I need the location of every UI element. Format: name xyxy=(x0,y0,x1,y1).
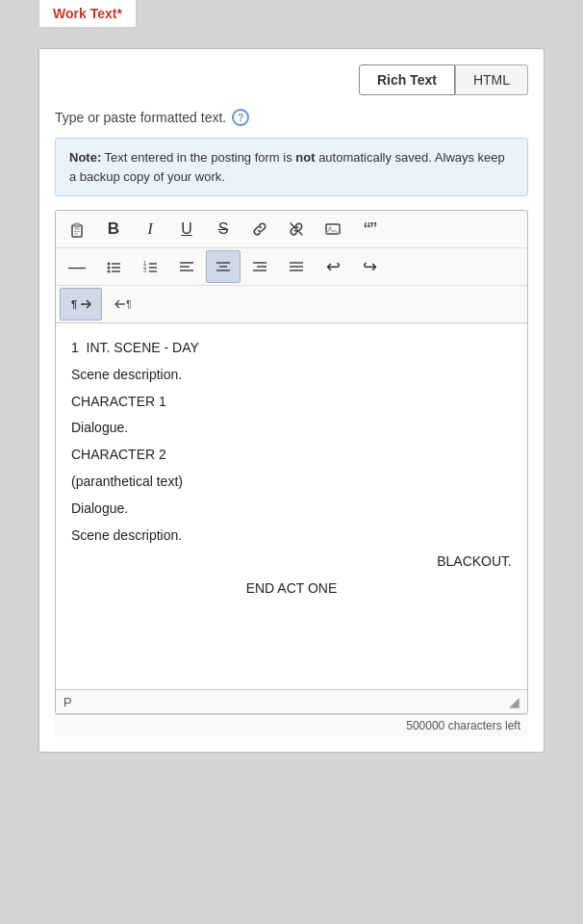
toolbar-row-1: B I U S xyxy=(56,211,527,248)
toolbar-row-3: ¶ ¶ xyxy=(56,286,527,322)
tab-rich-text[interactable]: Rich Text xyxy=(359,64,455,95)
underline-button[interactable]: U xyxy=(169,213,204,245)
image-button[interactable] xyxy=(316,213,350,245)
align-left-button[interactable] xyxy=(169,250,204,283)
tab-html[interactable]: HTML xyxy=(455,64,528,95)
svg-text:3.: 3. xyxy=(143,268,147,273)
line-blackout: BLACKOUT. xyxy=(71,551,512,574)
line-end-act: END ACT ONE xyxy=(71,578,512,601)
tab-row: Rich Text HTML xyxy=(55,64,528,95)
line-scene-heading: 1 INT. SCENE - DAY xyxy=(71,337,512,360)
ol-button[interactable]: 1. 2. 3. xyxy=(133,250,167,283)
hr-button[interactable]: — xyxy=(60,250,94,283)
note-prefix: Note: xyxy=(69,150,101,165)
paragraph-indicator: P xyxy=(63,695,72,709)
svg-point-10 xyxy=(108,270,111,273)
ltr-button[interactable]: ¶ xyxy=(60,288,102,321)
line-dialogue-1: Dialogue. xyxy=(71,417,512,440)
unlink-button[interactable] xyxy=(279,213,314,245)
rtl-button[interactable]: ¶ xyxy=(104,288,146,321)
svg-text:¶: ¶ xyxy=(126,298,132,310)
main-container: Work Text* Rich Text HTML Type or paste … xyxy=(0,0,583,924)
undo-button[interactable]: ↩ xyxy=(316,250,350,283)
help-icon[interactable]: ? xyxy=(232,109,249,126)
toolbar: B I U S xyxy=(56,211,527,323)
blockquote-button[interactable]: “” xyxy=(352,213,387,245)
toolbar-row-2: — xyxy=(56,248,527,286)
redo-button[interactable]: ↪ xyxy=(352,250,387,283)
note-body: Text entered in the posting form is xyxy=(101,150,295,165)
justify-button[interactable] xyxy=(279,250,314,283)
editor-wrapper: B I U S xyxy=(55,210,528,714)
helper-text: Type or paste formatted text. xyxy=(55,110,226,125)
align-right-button[interactable] xyxy=(242,250,277,283)
resize-handle[interactable]: ◢ xyxy=(509,694,520,709)
char-count: 500000 characters left xyxy=(55,714,528,736)
paste-button[interactable] xyxy=(60,213,94,245)
helper-text-row: Type or paste formatted text. ? xyxy=(55,109,528,126)
svg-point-8 xyxy=(108,263,111,266)
editor-card: Rich Text HTML Type or paste formatted t… xyxy=(38,48,545,753)
bold-button[interactable]: B xyxy=(96,213,131,245)
line-scene-desc-2: Scene description. xyxy=(71,525,512,548)
line-character-2: CHARACTER 2 xyxy=(71,444,512,467)
line-parenthetical: (paranthetical text) xyxy=(71,471,512,494)
editor-status-bar: P ◢ xyxy=(56,689,527,713)
svg-text:¶: ¶ xyxy=(71,298,77,310)
editor-content[interactable]: 1 INT. SCENE - DAY Scene description. CH… xyxy=(56,323,527,689)
note-bold: not xyxy=(295,150,315,165)
align-center-button[interactable] xyxy=(206,250,241,283)
ul-button[interactable] xyxy=(96,250,131,283)
line-character-1: CHARACTER 1 xyxy=(71,391,512,414)
note-box: Note: Text entered in the posting form i… xyxy=(55,138,528,196)
svg-point-9 xyxy=(108,267,111,270)
line-scene-desc-1: Scene description. xyxy=(71,364,512,387)
line-dialogue-2: Dialogue. xyxy=(71,498,512,521)
strikethrough-button[interactable]: S xyxy=(206,213,241,245)
field-label: Work Text* xyxy=(38,0,137,28)
link-button[interactable] xyxy=(242,213,277,245)
italic-button[interactable]: I xyxy=(133,213,167,245)
svg-rect-1 xyxy=(74,223,80,227)
